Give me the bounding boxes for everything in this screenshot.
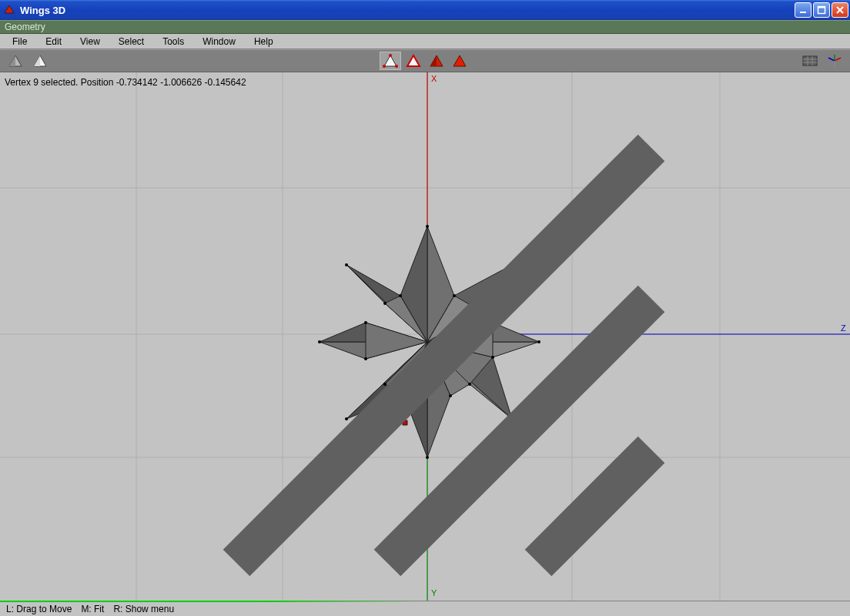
ground-plane-button[interactable] xyxy=(799,52,821,70)
menu-bar: File Edit View Select Tools Window Help xyxy=(0,34,850,49)
menu-help[interactable]: Help xyxy=(245,35,283,49)
svg-marker-0 xyxy=(5,5,14,13)
menu-edit[interactable]: Edit xyxy=(36,35,71,49)
selection-info: Vertex 9 selected. Position -0.734142 -1… xyxy=(5,77,246,88)
svg-line-78 xyxy=(387,299,651,563)
axes-toggle-button[interactable] xyxy=(824,52,845,70)
svg-line-79 xyxy=(538,450,651,563)
menu-select[interactable]: Select xyxy=(109,35,153,49)
svg-point-10 xyxy=(395,65,398,68)
menu-tools[interactable]: Tools xyxy=(153,35,193,49)
svg-marker-15 xyxy=(453,55,466,66)
svg-point-9 xyxy=(389,54,392,57)
status-left-mouse: L: Drag to Move xyxy=(6,604,72,614)
geometry-label: Geometry xyxy=(5,22,45,32)
window-titlebar: Wings 3D xyxy=(0,0,850,20)
window-title: Wings 3D xyxy=(20,5,65,16)
svg-rect-3 xyxy=(818,7,825,8)
vertex-mode-button[interactable] xyxy=(380,52,401,70)
maximize-button[interactable] xyxy=(813,2,830,18)
body-mode-button[interactable] xyxy=(449,52,470,70)
minimize-button[interactable] xyxy=(795,2,812,18)
toolbar xyxy=(0,49,850,72)
svg-rect-16 xyxy=(803,56,817,65)
svg-marker-12 xyxy=(407,55,420,66)
menu-view[interactable]: View xyxy=(71,35,109,49)
status-mid-mouse: M: Fit xyxy=(81,604,104,614)
menu-window[interactable]: Window xyxy=(193,35,245,49)
status-right-mouse: R: Show menu xyxy=(113,604,174,614)
status-bar: L: Drag to Move M: Fit R: Show menu xyxy=(0,601,850,616)
svg-point-11 xyxy=(383,65,386,68)
geometry-header: Geometry xyxy=(0,20,850,34)
svg-marker-8 xyxy=(384,55,397,66)
app-icon xyxy=(3,4,15,16)
viewport-3d[interactable]: X Z Y xyxy=(0,72,850,601)
svg-line-21 xyxy=(835,58,841,61)
svg-rect-1 xyxy=(800,12,806,13)
redo-button[interactable] xyxy=(29,52,51,70)
undo-button[interactable] xyxy=(5,52,26,70)
edge-mode-button[interactable] xyxy=(403,52,424,70)
svg-line-23 xyxy=(828,58,835,61)
menu-file[interactable]: File xyxy=(3,35,36,49)
close-button[interactable] xyxy=(832,2,848,18)
face-mode-button[interactable] xyxy=(426,52,447,70)
resize-grip-icon[interactable] xyxy=(0,72,850,601)
